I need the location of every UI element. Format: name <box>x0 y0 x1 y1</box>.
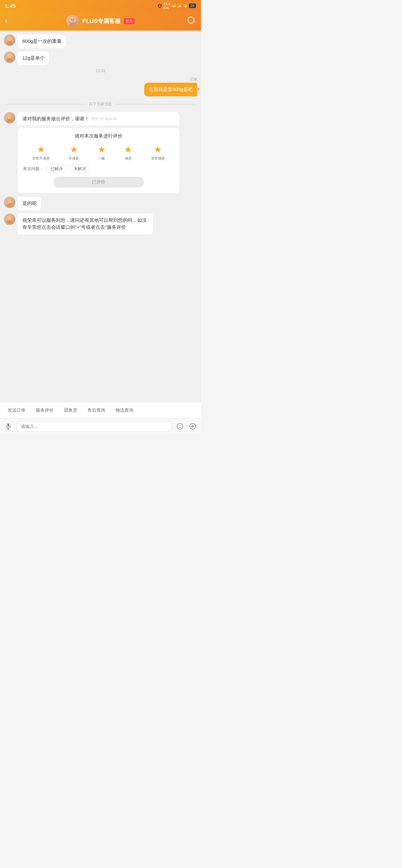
read-label: 已读 <box>190 77 197 82</box>
star-label-4: 满意 <box>125 156 132 161</box>
problem-label: 本次问题： <box>23 166 44 172</box>
timestamp-1: 13:41 <box>4 69 197 73</box>
message-6: 是的呢 <box>4 196 197 210</box>
svg-point-19 <box>179 425 179 426</box>
signal-icon-1: 📶 <box>177 4 182 8</box>
status-time: 1:45 <box>5 3 16 9</box>
message-7: 很荣幸可以服务到您，请问还有其他可以帮到您的吗，如没有辛苦您点击会话窗口的"+"… <box>4 214 197 234</box>
star-label-3: 一般 <box>98 156 105 161</box>
agent-avatar-5 <box>4 214 15 225</box>
rating-card-container: 请对我的服务做出评价，谢谢！ 特价 的 tejia.de 请对本次服务进行评价 … <box>4 112 197 193</box>
star-label-5: 非常满意 <box>151 156 165 161</box>
problem-row: 本次问题： 已解决 未解决 <box>23 165 174 173</box>
svg-point-2 <box>71 19 72 20</box>
quick-replies-bar: 发送订单 服务评价 退换货 售后查询 物流查询 <box>0 402 201 418</box>
agent-avatar-3 <box>4 112 15 124</box>
data-speed: 24.9K/s <box>163 2 170 9</box>
rated-button: 已评价 <box>53 177 144 188</box>
official-badge: 官方 <box>124 18 135 24</box>
svg-point-7 <box>7 54 12 58</box>
bell-mute-icon: 🔕 <box>158 4 162 8</box>
quick-reply-send-order[interactable]: 发送订单 <box>3 405 31 416</box>
message-sent-1: 已读 意思就是发600g是吧 <box>4 77 197 96</box>
star-icon-5: ★ <box>154 144 162 155</box>
new-messages-divider: 以下为新消息 <box>4 101 197 107</box>
status-bar: 1:45 🔕 24.9K/s 📶 📶 📶 29 <box>0 0 201 11</box>
input-bar <box>0 418 201 434</box>
svg-point-11 <box>7 199 12 204</box>
star-label-1: 非常不满意 <box>32 156 50 161</box>
bubble-sent-1: 意思就是发600g是吧 <box>144 83 197 96</box>
star-1-very-dissatisfied[interactable]: ★ 非常不满意 <box>32 144 50 161</box>
agent-avatar-1 <box>4 34 15 46</box>
settings-button[interactable] <box>186 16 196 26</box>
plus-button[interactable] <box>188 421 198 431</box>
svg-point-18 <box>177 423 183 429</box>
bubble-received-6: 是的呢 <box>18 196 41 210</box>
star-3-neutral[interactable]: ★ 一般 <box>98 144 105 161</box>
unresolved-button[interactable]: 未解决 <box>69 165 90 173</box>
svg-point-8 <box>7 58 12 62</box>
star-5-very-satisfied[interactable]: ★ 非常满意 <box>151 144 165 161</box>
agent-avatar-4 <box>4 196 15 208</box>
watermark: 特价 的 tejia.de <box>91 116 117 122</box>
header-title: PLUS专属客服 <box>82 17 121 25</box>
header-center: PLUS专属客服 官方 <box>15 15 186 27</box>
rating-card-title: 请对本次服务进行评价 <box>23 133 174 139</box>
bubble-received-7: 很荣幸可以服务到您，请问还有其他可以帮到您的吗，如没有辛苦您点击会话窗口的"+"… <box>18 214 153 234</box>
star-icon-3: ★ <box>98 144 105 155</box>
svg-point-10 <box>7 119 12 122</box>
quick-reply-service-rating[interactable]: 服务评价 <box>31 405 59 416</box>
star-4-satisfied[interactable]: ★ 满意 <box>124 144 132 161</box>
rating-stars-row: ★ 非常不满意 ★ 不满意 ★ 一般 ★ 满意 <box>23 144 174 161</box>
svg-rect-15 <box>7 423 9 426</box>
signal-icon-2: 📶 <box>183 4 188 8</box>
quick-reply-return[interactable]: 退换货 <box>59 405 82 416</box>
svg-point-0 <box>70 17 75 23</box>
rating-header-bubble: 请对我的服务做出评价，谢谢！ 特价 的 tejia.de <box>18 112 179 126</box>
quick-reply-after-sale[interactable]: 售后查询 <box>82 405 111 416</box>
svg-point-5 <box>7 37 12 41</box>
svg-point-14 <box>7 220 12 224</box>
svg-marker-4 <box>188 17 194 24</box>
star-icon-4: ★ <box>124 144 132 155</box>
status-icons: 🔕 24.9K/s 📶 📶 📶 29 <box>158 2 196 9</box>
star-2-dissatisfied[interactable]: ★ 不满意 <box>69 144 79 161</box>
agent-avatar-2 <box>4 51 15 63</box>
battery-icon: 29 <box>189 3 196 8</box>
resolved-button[interactable]: 已解决 <box>46 165 67 173</box>
svg-point-1 <box>69 22 76 27</box>
svg-point-6 <box>7 41 12 45</box>
back-button[interactable]: ‹ <box>5 17 15 25</box>
svg-point-9 <box>7 114 12 119</box>
bubble-received-2: 12g是单个 <box>18 51 49 65</box>
star-label-2: 不满意 <box>69 156 79 161</box>
header: ‹ PLUS专属客服 官方 <box>0 11 201 31</box>
svg-point-3 <box>73 19 74 20</box>
quick-reply-logistics[interactable]: 物流查询 <box>111 405 138 416</box>
wifi-icon: 📶 <box>172 4 176 8</box>
star-icon-1: ★ <box>37 144 45 155</box>
chat-area: 600g是一次的重量 12g是单个 13:41 已读 意思就是发600g是吧 以… <box>0 31 201 402</box>
rating-header-msg: 请对我的服务做出评价，谢谢！ 特价 的 tejia.de 请对本次服务进行评价 … <box>4 112 197 193</box>
bubble-received-1: 600g是一次的重量 <box>18 34 66 48</box>
svg-point-12 <box>7 203 12 207</box>
svg-point-13 <box>7 216 12 220</box>
svg-point-20 <box>181 425 181 426</box>
text-input[interactable] <box>16 421 172 432</box>
rating-inner-card[interactable]: 请对本次服务进行评价 ★ 非常不满意 ★ 不满意 ★ 一般 <box>18 128 179 193</box>
message-1: 600g是一次的重量 <box>4 34 197 48</box>
star-icon-2: ★ <box>70 144 78 155</box>
message-2: 12g是单个 <box>4 51 197 65</box>
avatar <box>66 15 79 27</box>
emoji-button[interactable] <box>175 421 185 431</box>
mic-button[interactable] <box>3 421 13 431</box>
